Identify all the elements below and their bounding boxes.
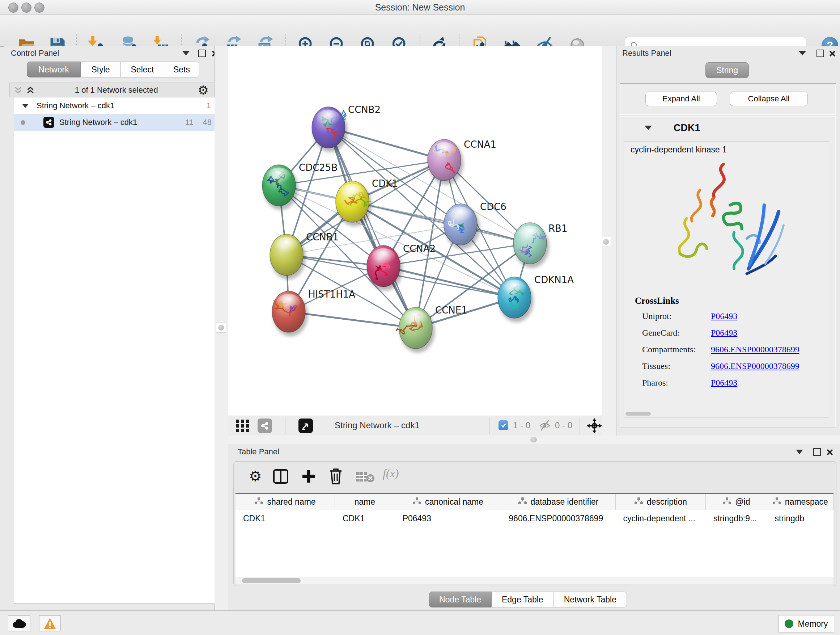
table-panel-close-icon[interactable] bbox=[826, 449, 833, 455]
tab-select[interactable]: Select bbox=[121, 62, 164, 78]
delete-table-icon[interactable] bbox=[356, 471, 375, 483]
create-column-icon[interactable] bbox=[301, 469, 316, 484]
collection-expand-icon[interactable] bbox=[22, 104, 28, 108]
table-cell: CDK1 bbox=[235, 510, 335, 527]
control-panel-float-icon[interactable] bbox=[198, 50, 206, 57]
cloud-icon bbox=[12, 618, 26, 629]
hidden-elements-icon[interactable] bbox=[538, 420, 551, 432]
results-panel-close-icon[interactable] bbox=[829, 50, 835, 57]
node-selection-checkbox[interactable] bbox=[499, 420, 508, 430]
gene-description: cyclin-dependent kinase 1 bbox=[630, 145, 727, 155]
string-network-badge-icon[interactable] bbox=[257, 418, 272, 433]
crosslink-row: Tissues:9606.ENSP00000378699 bbox=[642, 361, 823, 378]
show-columns-icon[interactable] bbox=[273, 469, 289, 484]
tab-sets[interactable]: Sets bbox=[164, 62, 199, 78]
network-row-selected[interactable]: String Network – cdk1 11 48 bbox=[14, 114, 218, 131]
control-panel-menu-icon[interactable] bbox=[182, 51, 189, 55]
table-tabs: Node Table Edge Table Network Table bbox=[429, 592, 627, 608]
column-header-label: shared name bbox=[267, 497, 316, 507]
left-splitter-handle[interactable] bbox=[216, 323, 226, 333]
network-node[interactable] bbox=[262, 165, 298, 210]
table-row[interactable]: CDK1CDK1P064939606.ENSP00000378699cyclin… bbox=[235, 510, 834, 527]
grid-view-icon[interactable] bbox=[235, 419, 250, 434]
node-label: CDC6 bbox=[480, 201, 507, 212]
column-header-namespace[interactable]: namespace bbox=[767, 494, 834, 510]
expand-all-button[interactable]: Expand All bbox=[645, 92, 717, 106]
crosslink-label: Tissues: bbox=[642, 361, 670, 371]
pan-crosshair-icon[interactable] bbox=[587, 418, 602, 435]
network-node[interactable] bbox=[367, 245, 403, 291]
crosslinks-scrollbar-thumb[interactable] bbox=[625, 412, 651, 416]
table-cell: stringdb bbox=[767, 510, 834, 527]
column-header-name[interactable]: name bbox=[335, 494, 395, 510]
expand-all-icon[interactable] bbox=[26, 86, 35, 95]
column-header--id[interactable]: @id bbox=[706, 494, 767, 510]
toolbar-separator bbox=[489, 417, 490, 434]
control-panel-tabs: Network Style Select Sets bbox=[27, 62, 199, 78]
gene-collapse-icon[interactable] bbox=[645, 126, 652, 130]
crosslink-link[interactable]: 9606.ENSP00000378699 bbox=[711, 345, 799, 355]
network-node[interactable] bbox=[272, 291, 308, 336]
gene-name: CDK1 bbox=[674, 122, 700, 134]
network-node[interactable] bbox=[498, 277, 534, 322]
node-label: CCNB1 bbox=[306, 232, 339, 242]
column-header-database-identifier[interactable]: database identifier bbox=[501, 494, 615, 510]
crosslink-link[interactable]: P06493 bbox=[711, 378, 737, 388]
memory-button[interactable]: Memory bbox=[778, 615, 834, 632]
network-collection-row[interactable]: String Network – cdk1 1 bbox=[14, 97, 218, 114]
column-header-label: description bbox=[647, 497, 687, 507]
collapse-all-button[interactable]: Collapse All bbox=[729, 92, 808, 106]
network-node[interactable] bbox=[270, 234, 306, 279]
crosslink-link[interactable]: P06493 bbox=[711, 311, 737, 321]
network-node[interactable] bbox=[444, 204, 480, 249]
network-options-gear-icon[interactable]: ⚙ bbox=[198, 84, 209, 96]
tab-network[interactable]: Network bbox=[27, 62, 81, 78]
crosslink-link[interactable]: P06493 bbox=[711, 328, 737, 338]
tab-edge-table[interactable]: Edge Table bbox=[492, 592, 554, 608]
crosslink-link[interactable]: 9606.ENSP00000378699 bbox=[711, 361, 799, 371]
crosslink-row: Uniprot:P06493 bbox=[642, 311, 823, 328]
protein-structure-image bbox=[640, 158, 803, 292]
function-builder-icon[interactable]: f(x) bbox=[383, 467, 399, 480]
results-panel: Results Panel String Expand All Collapse… bbox=[616, 46, 840, 435]
column-header-canonical-name[interactable]: canonical name bbox=[395, 494, 501, 510]
table-panel-float-icon[interactable] bbox=[813, 448, 821, 456]
network-canvas-svg[interactable]: CCNB2CCNA1CDC25BCDK1CDC6RB1CCNB1CCNA2CDK… bbox=[228, 46, 602, 416]
results-panel-menu-icon[interactable] bbox=[799, 51, 806, 55]
table-cell: stringdb:9... bbox=[706, 510, 767, 527]
tab-node-table[interactable]: Node Table bbox=[429, 592, 492, 608]
network-node[interactable] bbox=[312, 107, 347, 152]
collapse-all-icon[interactable] bbox=[13, 86, 23, 95]
cloud-status-button[interactable] bbox=[8, 616, 30, 631]
column-type-icon bbox=[634, 497, 643, 507]
delete-column-icon[interactable] bbox=[328, 468, 343, 485]
column-header-label: name bbox=[355, 497, 376, 507]
birds-eye-view-icon[interactable] bbox=[298, 418, 313, 433]
column-type-icon bbox=[722, 497, 731, 507]
column-header-label: @id bbox=[735, 497, 750, 507]
column-header-shared-name[interactable]: shared name bbox=[235, 494, 335, 510]
selected-count-label: 1 - 0 bbox=[513, 420, 531, 431]
table-options-gear-icon[interactable]: ⚙ bbox=[249, 469, 262, 483]
toolbar-separator bbox=[579, 417, 580, 434]
table-hscrollbar-thumb[interactable] bbox=[242, 578, 301, 583]
network-label: String Network – cdk1 bbox=[59, 118, 137, 127]
warning-status-button[interactable] bbox=[39, 616, 61, 631]
table-hscrollbar[interactable] bbox=[235, 577, 834, 584]
network-node[interactable] bbox=[428, 139, 463, 185]
results-panel-float-icon[interactable] bbox=[816, 50, 824, 57]
gene-section-header[interactable]: CDK1 bbox=[620, 116, 836, 139]
network-node[interactable] bbox=[513, 223, 549, 268]
network-node[interactable] bbox=[336, 181, 371, 226]
node-label: RB1 bbox=[548, 223, 567, 234]
column-header-description[interactable]: description bbox=[616, 494, 706, 510]
node-table-container: ⚙ f(x) shared namenamecanonical namedata… bbox=[233, 461, 836, 586]
tab-style[interactable]: Style bbox=[81, 62, 121, 78]
horizontal-splitter-handle[interactable] bbox=[531, 437, 537, 442]
tab-string[interactable]: String bbox=[706, 62, 749, 78]
table-panel-menu-icon[interactable] bbox=[796, 450, 803, 454]
table-header-row: shared namenamecanonical namedatabase id… bbox=[235, 494, 834, 510]
right-splitter-handle[interactable] bbox=[601, 237, 611, 247]
tab-network-table[interactable]: Network Table bbox=[554, 592, 627, 608]
warning-icon bbox=[44, 618, 56, 629]
